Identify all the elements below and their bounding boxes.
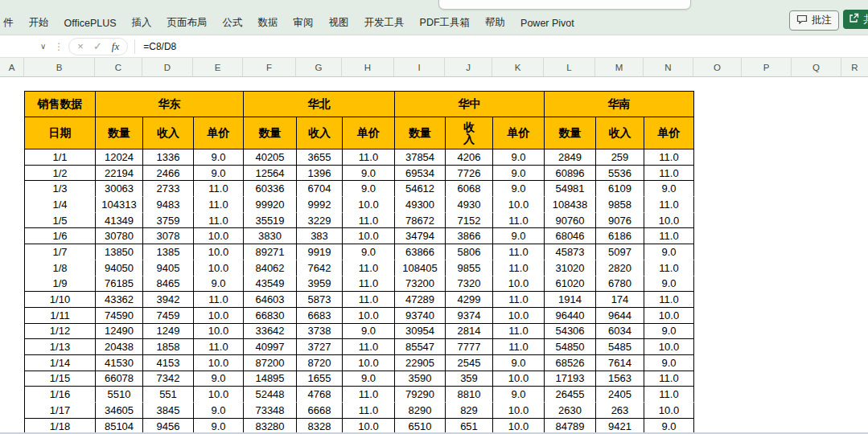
value-cell[interactable]: 11.0 [343,387,395,403]
value-cell[interactable]: 2545 [446,355,493,371]
value-cell[interactable]: 11.0 [343,403,395,419]
value-cell[interactable]: 3845 [143,403,194,419]
value-cell[interactable]: 68046 [545,228,596,244]
value-cell[interactable]: 22194 [96,166,143,182]
value-cell[interactable]: 11.0 [644,260,694,276]
value-cell[interactable]: 41530 [96,355,143,371]
menu-tab[interactable]: 审阅 [294,16,314,30]
value-cell[interactable]: 90760 [545,213,596,229]
value-cell[interactable]: 11.0 [644,149,694,166]
value-cell[interactable]: 14895 [244,371,297,387]
value-cell[interactable]: 9855 [446,260,493,276]
value-cell[interactable]: 7614 [596,355,644,371]
column-header[interactable]: I [394,58,445,76]
value-cell[interactable]: 85547 [395,339,446,355]
value-cell[interactable]: 22905 [395,355,446,371]
value-cell[interactable]: 6034 [596,324,644,340]
value-cell[interactable]: 3830 [244,228,297,244]
value-cell[interactable]: 10.0 [493,371,545,387]
value-cell[interactable]: 1858 [143,339,194,355]
value-cell[interactable]: 9.0 [343,324,395,340]
value-cell[interactable]: 9.0 [644,181,694,197]
value-cell[interactable]: 11.0 [644,371,694,387]
value-cell[interactable]: 20438 [96,339,143,355]
value-cell[interactable]: 11.0 [194,292,244,308]
value-cell[interactable]: 2466 [143,166,194,182]
value-cell[interactable]: 10.0 [194,308,244,324]
value-cell[interactable]: 30780 [96,228,143,244]
date-header-cell[interactable]: 日期 [25,117,96,149]
column-header[interactable]: J [445,58,492,76]
value-cell[interactable]: 9.0 [194,371,244,387]
value-cell[interactable]: 84062 [244,260,297,276]
value-cell[interactable]: 2849 [545,149,596,166]
menu-tab[interactable]: 数据 [258,16,278,30]
value-cell[interactable]: 11.0 [644,387,694,403]
value-cell[interactable]: 49300 [395,197,446,213]
value-cell[interactable]: 10.0 [194,355,244,371]
value-cell[interactable]: 5097 [596,244,644,260]
value-cell[interactable]: 11.0 [194,181,244,197]
date-cell[interactable]: 1/2 [25,166,96,182]
value-cell[interactable]: 66078 [96,371,143,387]
enter-icon[interactable]: ✓ [93,41,102,51]
metric-header-cell[interactable]: 收入 [596,117,644,149]
value-cell[interactable]: 7320 [446,276,493,293]
value-cell[interactable]: 10.0 [194,260,244,276]
metric-header-cell[interactable]: 单价 [194,117,244,149]
value-cell[interactable]: 383 [297,228,343,244]
column-header[interactable]: C [95,58,142,76]
value-cell[interactable]: 1655 [297,371,343,387]
value-cell[interactable]: 9.0 [493,355,545,371]
value-cell[interactable]: 3866 [446,228,493,244]
name-box[interactable] [0,35,40,57]
value-cell[interactable]: 5536 [596,166,644,182]
value-cell[interactable]: 17193 [545,371,596,387]
date-cell[interactable]: 1/15 [25,371,96,387]
value-cell[interactable]: 9483 [143,197,194,213]
value-cell[interactable]: 40205 [244,149,297,166]
value-cell[interactable]: 7152 [446,213,493,229]
value-cell[interactable]: 96440 [545,308,596,324]
value-cell[interactable]: 74590 [96,308,143,324]
value-cell[interactable]: 11.0 [343,339,395,355]
value-cell[interactable]: 89271 [244,244,297,260]
value-cell[interactable]: 10.0 [194,324,244,340]
value-cell[interactable]: 60336 [244,181,297,197]
date-cell[interactable]: 1/16 [25,387,96,403]
region-header-north[interactable]: 华北 [244,92,395,117]
column-header[interactable]: E [193,58,243,76]
value-cell[interactable]: 11.0 [493,260,545,276]
value-cell[interactable]: 93740 [395,308,446,324]
value-cell[interactable]: 43549 [244,276,297,293]
value-cell[interactable]: 9.0 [644,244,694,260]
metric-header-cell[interactable]: 数量 [96,117,143,149]
value-cell[interactable]: 54612 [395,181,446,197]
value-cell[interactable]: 108438 [545,197,596,213]
value-cell[interactable]: 11.0 [194,213,244,229]
value-cell[interactable]: 52448 [244,387,297,403]
value-cell[interactable]: 3078 [143,228,194,244]
value-cell[interactable]: 5806 [446,244,493,260]
value-cell[interactable]: 11.0 [493,339,545,355]
column-header[interactable]: F [243,58,296,76]
value-cell[interactable]: 11.0 [493,244,545,260]
value-cell[interactable]: 30954 [395,324,446,340]
value-cell[interactable]: 69534 [395,166,446,182]
comments-button[interactable]: 批注 [789,10,839,31]
chevron-down-icon[interactable]: ∨ [40,42,46,51]
value-cell[interactable]: 60896 [545,166,596,182]
value-cell[interactable]: 3738 [297,324,343,340]
menu-tab[interactable]: 开发工具 [364,16,405,30]
value-cell[interactable]: 5485 [596,339,644,355]
value-cell[interactable]: 33642 [244,324,297,340]
value-cell[interactable]: 45873 [545,244,596,260]
value-cell[interactable]: 54850 [545,339,596,355]
value-cell[interactable]: 11.0 [343,213,395,229]
menu-tab[interactable]: Power Pivot [520,18,574,29]
value-cell[interactable]: 3727 [297,339,343,355]
column-header[interactable]: Q [792,58,841,76]
value-cell[interactable]: 99920 [244,197,297,213]
value-cell[interactable]: 73348 [244,403,297,419]
value-cell[interactable]: 10.0 [343,308,395,324]
